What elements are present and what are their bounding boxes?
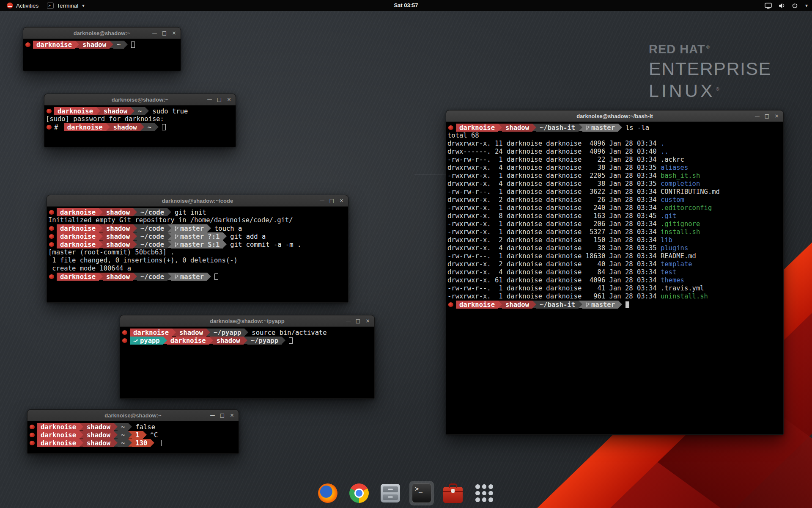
dock-item-toolbox[interactable] <box>441 481 465 505</box>
maximize-button[interactable]: □ <box>214 94 224 105</box>
output-text: .gitignore <box>661 220 700 228</box>
dock-item-firefox[interactable] <box>315 481 340 505</box>
chrome-icon <box>349 483 369 503</box>
chevron-down-icon[interactable]: ▾ <box>804 3 808 8</box>
terminal-output-line: create mode 100644 a <box>48 265 347 273</box>
terminal-window-0[interactable]: darknoise@shadow:~ — □ × darknoiseshadow… <box>23 27 181 71</box>
terminal-window-pyapp[interactable]: darknoise@shadow:~/pyapp — □ × darknoise… <box>120 315 375 399</box>
maximize-button[interactable]: □ <box>327 195 337 206</box>
terminal-window-1[interactable]: darknoise@shadow:~ — □ × darknoiseshadow… <box>44 94 236 147</box>
output-text: custom <box>661 196 684 204</box>
titlebar[interactable]: darknoise@shadow:~ — □ × <box>27 410 239 421</box>
svg-el <box>792 3 798 9</box>
powerline-arrow-icon <box>128 431 132 439</box>
terminal-content[interactable]: darknoiseshadow~falsedarknoiseshadow~1^C… <box>27 422 239 453</box>
dock-item-terminal[interactable]: >_ <box>409 481 434 505</box>
maximize-button[interactable]: □ <box>762 110 772 121</box>
terminal-output-line: drwxrwxr-x. 4 darknoise darknoise 84 Jan… <box>447 268 782 276</box>
titlebar[interactable]: darknoise@shadow:~/pyapp — □ × <box>120 315 374 327</box>
minimize-button[interactable]: — <box>208 410 217 421</box>
grid-dot <box>488 497 493 502</box>
prompt-redhat-icon <box>49 226 54 231</box>
terminal-content[interactable]: darknoiseshadow~/pyappsource bin/activat… <box>120 327 374 398</box>
close-button[interactable]: × <box>363 315 373 326</box>
grid-dot <box>488 484 493 489</box>
dock-item-chrome[interactable] <box>347 481 371 505</box>
circle-el <box>175 226 176 228</box>
terminal-output-line: -rw-rw-r--. 1 darknoise darknoise 41 Jan… <box>447 284 782 293</box>
circle-el <box>588 303 590 304</box>
terminal-content[interactable]: darknoiseshadow~/codegit initInitialized… <box>47 207 348 302</box>
powerline-arrow-icon <box>110 41 113 48</box>
command-text: touch a <box>211 224 242 232</box>
clock[interactable]: Sat 03:57 <box>394 0 418 11</box>
terminal-content[interactable]: darknoiseshadow~ <box>23 39 181 71</box>
maximize-button[interactable]: □ <box>217 410 227 421</box>
powerline-arrow-icon <box>133 208 137 216</box>
dock-item-app-grid[interactable] <box>472 481 497 505</box>
terminal-output-line: drwxrwxr-x. 11 darknoise darknoise 4096 … <box>447 140 782 148</box>
close-button[interactable]: × <box>337 195 346 206</box>
close-button[interactable]: × <box>169 28 179 39</box>
maximize-button[interactable]: □ <box>159 28 169 39</box>
git-branch-icon <box>175 274 178 279</box>
titlebar[interactable]: darknoise@shadow:~/bash-it — □ × <box>446 110 783 122</box>
close-button[interactable]: × <box>227 410 237 421</box>
terminal-cursor <box>162 124 166 130</box>
prompt-segment-user: darknoise <box>57 232 99 240</box>
dock-item-files[interactable] <box>378 481 403 505</box>
prompt-segment-user: darknoise <box>57 240 99 248</box>
activities-button[interactable]: Activities <box>3 0 43 11</box>
span-el: ▾ <box>805 3 808 8</box>
terminal-prompt-line: darknoiseshadow~130 <box>29 439 238 447</box>
terminal-cursor <box>158 440 162 446</box>
powerline-arrow-icon <box>618 301 622 308</box>
terminal-window-4[interactable]: darknoise@shadow:~ — □ × darknoiseshadow… <box>27 409 239 454</box>
display-icon[interactable] <box>765 3 772 9</box>
output-text: 1 file changed, 0 insertions(+), 0 delet… <box>48 257 238 264</box>
prompt-segment-host: shadow <box>83 439 114 447</box>
terminal-window-bash-it[interactable]: darknoise@shadow:~/bash-it — □ × darknoi… <box>446 110 784 435</box>
minimize-button[interactable]: — <box>205 94 214 105</box>
branding-linux-text: LINUX <box>649 80 715 101</box>
close-button[interactable]: × <box>224 94 234 105</box>
powerline-arrow-icon <box>172 329 176 336</box>
window-controls: — □ × <box>752 110 782 121</box>
close-button[interactable]: × <box>772 110 782 121</box>
volume-icon[interactable] <box>778 3 785 9</box>
maximize-button[interactable]: □ <box>353 315 363 326</box>
prompt-redhat-icon <box>448 125 453 130</box>
terminal-output-line: -rwxrwxr-x. 1 darknoise darknoise 240 Ja… <box>447 204 782 212</box>
grid-dot <box>488 491 493 496</box>
powerline-arrow-icon <box>532 124 536 131</box>
prompt-segment-user: darknoise <box>37 423 80 431</box>
output-text: .. <box>661 148 669 155</box>
minimize-button[interactable]: — <box>150 28 159 39</box>
powerline-arrow-icon <box>282 337 285 344</box>
command-text: ^C <box>147 431 158 439</box>
titlebar[interactable]: darknoise@shadow:~/code — □ × <box>47 195 348 207</box>
prompt-segment-path: ~ <box>134 107 145 115</box>
prompt-segment-user: darknoise <box>33 41 75 49</box>
terminal-content[interactable]: darknoiseshadow~sudo true[sudo] password… <box>44 106 236 147</box>
minimize-button[interactable]: — <box>343 315 353 326</box>
terminal-window-code[interactable]: darknoise@shadow:~/code — □ × darknoises… <box>47 195 348 303</box>
circle-el <box>588 126 590 127</box>
app-menu-terminal[interactable]: > Terminal ▾ <box>43 0 89 11</box>
titlebar[interactable]: darknoise@shadow:~ — □ × <box>44 94 236 105</box>
circle-el <box>175 275 176 276</box>
prompt-segment-user: darknoise <box>54 107 96 115</box>
prompt-segment-user: darknoise <box>130 329 172 337</box>
terminal-content[interactable]: darknoiseshadow~/bash-itmasterls -latota… <box>446 122 783 434</box>
app-grid-icon <box>475 484 493 502</box>
powerline-arrow-icon <box>106 123 110 131</box>
powerline-arrow-icon <box>133 240 137 248</box>
terminal-prompt-line: darknoiseshadow~/bash-itmaster <box>447 301 782 309</box>
power-icon[interactable] <box>792 3 798 9</box>
window-controls: — □ × <box>208 410 237 421</box>
titlebar[interactable]: darknoise@shadow:~ — □ × <box>23 28 181 39</box>
terminal-prompt-line: darknoiseshadow~sudo true <box>46 107 235 115</box>
minimize-button[interactable]: — <box>317 195 327 206</box>
system-tray[interactable]: ▾ <box>765 0 808 11</box>
minimize-button[interactable]: — <box>752 110 762 121</box>
